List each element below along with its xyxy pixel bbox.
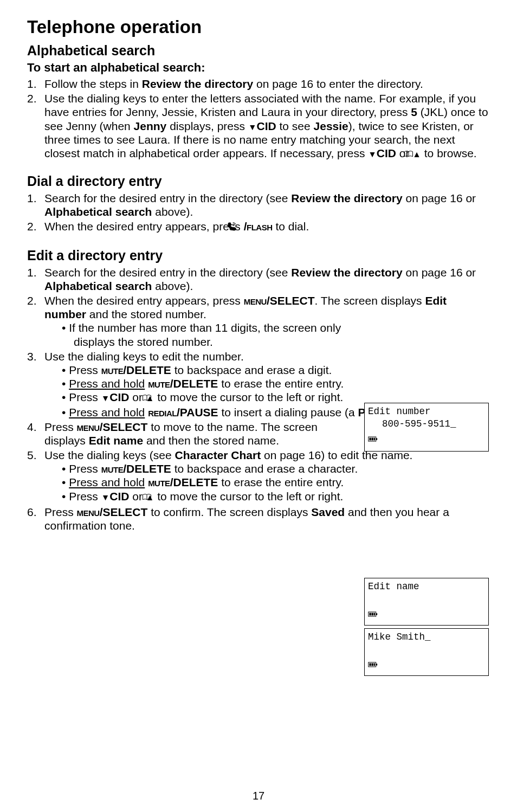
lcd-mike-smith: Mike Smith_ bbox=[364, 628, 489, 676]
dial-steps: 1.Search for the desired entry in the di… bbox=[27, 191, 490, 235]
down-triangle-icon bbox=[248, 120, 257, 132]
edit-step-5-bullet-1: Press mute/DELETE to backspace and erase… bbox=[62, 462, 359, 475]
edit-step-5-bullet-2: Press and hold mute/DELETE to erase the … bbox=[62, 475, 359, 489]
page-number: 17 bbox=[0, 789, 517, 802]
edit-step-2: 2.When the desired entry appears, press … bbox=[27, 294, 490, 349]
dial-step-1: 1.Search for the desired entry in the di… bbox=[27, 191, 490, 218]
edit-step-6: 6.Press menu/SELECT to confirm. The scre… bbox=[27, 505, 490, 532]
lcd-line-1: Mike Smith_ bbox=[368, 631, 485, 643]
down-triangle-icon bbox=[368, 147, 377, 159]
edit-step-3-bullet-2: Press and hold mute/DELETE to erase the … bbox=[62, 377, 490, 390]
lcd-edit-name: Edit name bbox=[364, 578, 489, 626]
dial-step-2: 2.When the desired entry appears, press … bbox=[27, 220, 490, 235]
down-triangle-icon bbox=[101, 490, 110, 502]
down-triangle-icon bbox=[101, 391, 110, 403]
alpha-step-2: 2.Use the dialing keys to enter the lett… bbox=[27, 92, 490, 161]
alpha-search-heading: Alphabetical search bbox=[27, 42, 490, 59]
dial-heading: Dial a directory entry bbox=[27, 173, 490, 189]
lcd-line-2: 800-595-9511_ bbox=[368, 418, 485, 430]
edit-step-5-bullet-3: Press CID or to move the cursor to the l… bbox=[62, 489, 359, 504]
page-title: Telephone operation bbox=[27, 16, 490, 38]
edit-step-3-bullet-1: Press mute/DELETE to backspace and erase… bbox=[62, 363, 376, 377]
edit-heading: Edit a directory entry bbox=[27, 247, 490, 263]
alpha-step-1: 1.Follow the steps in Review the directo… bbox=[27, 77, 490, 91]
lcd-line-1: Edit number bbox=[368, 405, 485, 418]
edit-step-5: 5.Use the dialing keys (see Character Ch… bbox=[27, 448, 490, 504]
edit-step-1: 1.Search for the desired entry in the di… bbox=[27, 266, 490, 293]
battery-icon bbox=[368, 659, 485, 672]
up-triangle-icon bbox=[412, 147, 421, 159]
lcd-edit-number: Edit number 800-595-9511_ bbox=[364, 403, 489, 452]
edit-step-4: 4.Press menu/SELECT to move to the name.… bbox=[27, 420, 341, 447]
battery-icon bbox=[368, 434, 485, 446]
edit-step-2-bullet: If the number has more than 11 digits, t… bbox=[62, 321, 359, 348]
alpha-steps: 1.Follow the steps in Review the directo… bbox=[27, 77, 490, 161]
battery-icon bbox=[368, 609, 485, 621]
alpha-search-subheading: To start an alphabetical search: bbox=[27, 61, 490, 75]
lcd-line-1: Edit name bbox=[368, 581, 485, 593]
edit-steps: 1.Search for the desired entry in the di… bbox=[27, 266, 490, 533]
